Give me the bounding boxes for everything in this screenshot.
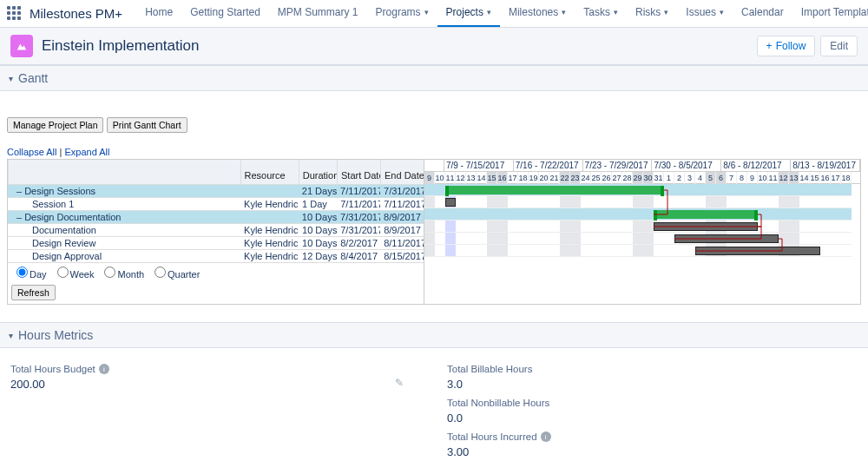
zoom-controls: Day Week Month Quarter	[8, 263, 424, 283]
day-header: 30	[643, 172, 654, 184]
chevron-down-icon: ▾	[424, 8, 429, 16]
nav-programs[interactable]: Programs▾	[367, 0, 437, 28]
info-icon: i	[541, 431, 551, 442]
col-end-header: End Date	[380, 160, 424, 184]
grid-row[interactable]: Design ReviewKyle Hendricks10 Days8/2/20…	[8, 237, 424, 250]
zoom-quarter[interactable]: Quarter	[149, 267, 200, 280]
zoom-week[interactable]: Week	[52, 267, 95, 280]
chevron-down-icon: ▾	[487, 8, 491, 16]
chart-row	[424, 196, 852, 208]
zoom-day[interactable]: Day	[11, 267, 47, 280]
chevron-down-icon: ▾	[720, 8, 724, 16]
col-name-header	[8, 160, 240, 184]
nav-getting-started[interactable]: Getting Started	[181, 0, 269, 28]
week-header: 8/13 - 8/19/2017	[791, 160, 860, 172]
day-header: 14	[477, 172, 487, 184]
section-gantt-title: Gantt	[18, 71, 48, 85]
day-header: 20	[539, 172, 549, 184]
manage-project-plan-button[interactable]: Manage Project Plan	[7, 117, 103, 133]
section-hours-toggle[interactable]: ▾ Hours Metrics	[0, 322, 868, 348]
nav-home[interactable]: Home	[136, 0, 181, 28]
edit-button[interactable]: Edit	[820, 36, 858, 56]
chevron-down-icon: ▾	[9, 74, 13, 83]
day-header: 16	[497, 172, 508, 184]
top-nav: Milestones PM+ HomeGetting StartedMPM Su…	[0, 0, 868, 28]
day-header: 12	[779, 172, 789, 184]
week-header: 7/9 - 7/15/2017	[444, 160, 514, 172]
chart-row	[424, 221, 852, 233]
grid-row[interactable]: DocumentationKyle Hendricks10 Days7/31/2…	[8, 224, 424, 237]
grid-row[interactable]: Design ApprovalKyle Hendricks12 Days8/4/…	[8, 250, 424, 263]
chart-row	[424, 233, 852, 245]
week-header: 7/16 - 7/22/2017	[514, 160, 583, 172]
day-header: 18	[841, 172, 852, 184]
nav-risks[interactable]: Risks▾	[627, 0, 677, 28]
week-header: 7/30 - 8/5/2017	[652, 160, 721, 172]
gantt-grid: Resource Duration Start Date End Date – …	[7, 159, 424, 305]
budget-label: Total Hours Budget i	[10, 364, 421, 374]
day-header: 5	[706, 172, 716, 184]
gantt-bar[interactable]	[654, 210, 758, 219]
chevron-down-icon: ▾	[562, 8, 566, 16]
day-header: 17	[508, 172, 518, 184]
grid-header-row: Resource Duration Start Date End Date	[8, 160, 424, 185]
day-header: 7	[727, 172, 737, 184]
billable-label: Total Billable Hours	[447, 364, 858, 374]
gantt-chart[interactable]: 7/9 - 7/15/20177/16 - 7/22/20177/23 - 7/…	[424, 159, 861, 305]
grid-row[interactable]: – Design Sessions21 Days7/11/20177/31/20…	[8, 185, 424, 198]
day-header: 12	[456, 172, 466, 184]
day-header: 21	[549, 172, 560, 184]
day-header: 6	[716, 172, 727, 184]
chevron-down-icon: ▾	[664, 8, 668, 16]
gantt-bar[interactable]	[695, 247, 820, 255]
day-header: 23	[570, 172, 581, 184]
day-header: 31	[654, 172, 664, 184]
chevron-down-icon: ▾	[9, 331, 13, 340]
nav-milestones[interactable]: Milestones▾	[500, 0, 575, 28]
day-header: 13	[466, 172, 477, 184]
day-header: 18	[518, 172, 529, 184]
app-launcher-icon[interactable]	[7, 6, 21, 22]
nonbillable-label: Total Nonbillable Hours	[447, 398, 858, 408]
grid-row[interactable]: Session 1Kyle Hendricks1 Day7/11/20177/1…	[8, 198, 424, 211]
nav-import-template[interactable]: Import Template	[792, 0, 868, 28]
week-header	[424, 160, 444, 172]
gantt-panel: Manage Project Plan Print Gantt Chart Co…	[0, 91, 868, 322]
day-header: 10	[435, 172, 445, 184]
gantt-bar[interactable]	[674, 234, 779, 243]
zoom-month[interactable]: Month	[99, 267, 144, 280]
day-header: 29	[633, 172, 643, 184]
follow-button[interactable]: +Follow	[757, 36, 816, 56]
nav-mpm-summary-1[interactable]: MPM Summary 1	[269, 0, 367, 28]
day-header: 17	[831, 172, 841, 184]
incurred-label: Total Hours Incurred i	[447, 431, 858, 442]
app-name: Milestones PM+	[30, 6, 122, 21]
gantt-bar[interactable]	[654, 222, 758, 231]
hours-panel: Total Hours Budget i 200.00 ✎ Total Bill…	[0, 348, 868, 461]
day-header: 9	[424, 172, 435, 184]
nav-tasks[interactable]: Tasks▾	[575, 0, 627, 28]
gantt-bar[interactable]	[445, 186, 664, 194]
gantt-bar[interactable]	[445, 198, 456, 207]
collapse-all-link[interactable]: Collapse All	[7, 147, 56, 157]
day-header: 13	[789, 172, 799, 184]
day-header: 11	[445, 172, 456, 184]
day-header: 19	[529, 172, 539, 184]
print-gantt-button[interactable]: Print Gantt Chart	[107, 117, 187, 133]
grid-row[interactable]: – Design Documentation10 Days7/31/20178/…	[8, 211, 424, 224]
day-header: 15	[487, 172, 497, 184]
record-title: Einstein Implementation	[42, 37, 199, 55]
nav-projects[interactable]: Projects▾	[437, 0, 500, 28]
refresh-button[interactable]: Refresh	[11, 285, 56, 300]
record-header: Einstein Implementation +Follow Edit	[0, 28, 868, 65]
nav-calendar[interactable]: Calendar	[733, 0, 792, 28]
project-icon	[10, 35, 33, 57]
day-header: 8	[737, 172, 747, 184]
day-header: 28	[622, 172, 633, 184]
col-start-header: Start Date	[337, 160, 380, 184]
day-header: 14	[799, 172, 810, 184]
pencil-icon[interactable]: ✎	[395, 377, 404, 389]
nav-issues[interactable]: Issues▾	[677, 0, 733, 28]
section-gantt-toggle[interactable]: ▾ Gantt	[0, 65, 868, 91]
expand-all-link[interactable]: Expand All	[64, 147, 109, 157]
